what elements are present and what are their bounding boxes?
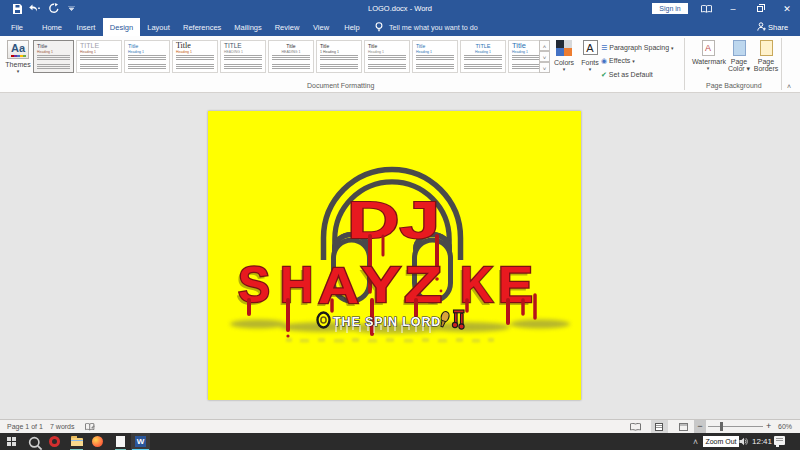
svg-text:Z: Z	[404, 257, 442, 313]
svg-text:DJ: DJ	[347, 191, 440, 249]
svg-text:THE SPIN LORD: THE SPIN LORD	[333, 315, 441, 329]
svg-text:Y: Y	[361, 257, 401, 313]
svg-text:E: E	[498, 257, 533, 313]
svg-text:H: H	[280, 257, 313, 313]
svg-text:A: A	[318, 258, 359, 314]
svg-text:S: S	[238, 257, 270, 313]
svg-text:K: K	[460, 257, 493, 313]
